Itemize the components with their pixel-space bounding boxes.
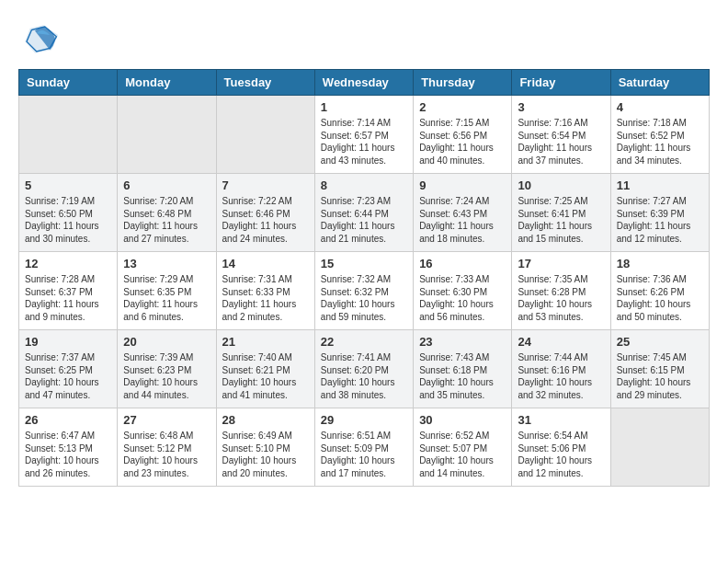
calendar-cell: 20Sunrise: 7:39 AM Sunset: 6:23 PM Dayli… (118, 330, 216, 408)
calendar-cell: 17Sunrise: 7:35 AM Sunset: 6:28 PM Dayli… (512, 252, 610, 330)
day-number: 20 (123, 335, 210, 349)
calendar-cell: 3Sunrise: 7:16 AM Sunset: 6:54 PM Daylig… (512, 96, 610, 174)
day-info: Sunrise: 7:35 AM Sunset: 6:28 PM Dayligh… (518, 273, 604, 323)
day-info: Sunrise: 6:51 AM Sunset: 5:09 PM Dayligh… (321, 430, 407, 479)
calendar-cell: 27Sunrise: 6:48 AM Sunset: 5:12 PM Dayli… (118, 408, 216, 487)
day-info: Sunrise: 7:36 AM Sunset: 6:26 PM Dayligh… (617, 273, 703, 323)
day-info: Sunrise: 7:22 AM Sunset: 6:46 PM Dayligh… (222, 195, 309, 245)
day-info: Sunrise: 7:20 AM Sunset: 6:48 PM Dayligh… (123, 195, 210, 245)
day-number: 8 (321, 178, 407, 192)
calendar-cell: 26Sunrise: 6:47 AM Sunset: 5:13 PM Dayli… (19, 408, 118, 487)
day-info: Sunrise: 7:28 AM Sunset: 6:37 PM Dayligh… (25, 273, 111, 323)
calendar-week-5: 26Sunrise: 6:47 AM Sunset: 5:13 PM Dayli… (19, 408, 710, 487)
day-number: 17 (518, 257, 604, 270)
day-info: Sunrise: 6:49 AM Sunset: 5:10 PM Dayligh… (222, 430, 309, 479)
calendar-cell: 18Sunrise: 7:36 AM Sunset: 6:26 PM Dayli… (610, 252, 709, 330)
calendar-cell: 15Sunrise: 7:32 AM Sunset: 6:32 PM Dayli… (314, 252, 413, 330)
day-number: 18 (617, 257, 703, 270)
calendar-cell: 9Sunrise: 7:24 AM Sunset: 6:43 PM Daylig… (414, 174, 512, 252)
calendar-cell: 12Sunrise: 7:28 AM Sunset: 6:37 PM Dayli… (19, 252, 118, 330)
weekday-header-row: SundayMondayTuesdayWednesdayThursdayFrid… (19, 70, 710, 96)
calendar-cell: 16Sunrise: 7:33 AM Sunset: 6:30 PM Dayli… (414, 252, 512, 330)
day-number: 1 (321, 100, 407, 114)
day-number: 13 (123, 257, 210, 270)
day-info: Sunrise: 7:31 AM Sunset: 6:33 PM Dayligh… (222, 273, 309, 323)
day-number: 4 (617, 100, 703, 114)
day-info: Sunrise: 7:39 AM Sunset: 6:23 PM Dayligh… (123, 351, 210, 401)
day-number: 22 (321, 335, 407, 349)
calendar-week-3: 12Sunrise: 7:28 AM Sunset: 6:37 PM Dayli… (19, 252, 710, 330)
day-info: Sunrise: 6:48 AM Sunset: 5:12 PM Dayligh… (123, 430, 210, 479)
day-number: 27 (123, 413, 210, 427)
day-number: 14 (222, 257, 309, 270)
day-info: Sunrise: 7:15 AM Sunset: 6:56 PM Dayligh… (419, 117, 506, 167)
calendar-cell: 1Sunrise: 7:14 AM Sunset: 6:57 PM Daylig… (314, 96, 413, 174)
day-number: 19 (25, 335, 111, 349)
calendar-cell: 14Sunrise: 7:31 AM Sunset: 6:33 PM Dayli… (216, 252, 314, 330)
calendar-cell: 7Sunrise: 7:22 AM Sunset: 6:46 PM Daylig… (216, 174, 314, 252)
day-number: 3 (518, 100, 604, 114)
day-info: Sunrise: 7:19 AM Sunset: 6:50 PM Dayligh… (25, 195, 111, 245)
calendar-cell: 8Sunrise: 7:23 AM Sunset: 6:44 PM Daylig… (314, 174, 413, 252)
day-number: 21 (222, 335, 309, 349)
day-number: 10 (518, 178, 604, 192)
weekday-header-monday: Monday (118, 70, 216, 96)
day-info: Sunrise: 6:47 AM Sunset: 5:13 PM Dayligh… (25, 430, 111, 479)
day-info: Sunrise: 7:14 AM Sunset: 6:57 PM Dayligh… (321, 117, 407, 167)
weekday-header-tuesday: Tuesday (216, 70, 314, 96)
day-info: Sunrise: 7:25 AM Sunset: 6:41 PM Dayligh… (518, 195, 604, 245)
calendar-cell (610, 408, 709, 487)
calendar-cell: 6Sunrise: 7:20 AM Sunset: 6:48 PM Daylig… (118, 174, 216, 252)
calendar-cell: 4Sunrise: 7:18 AM Sunset: 6:52 PM Daylig… (610, 96, 709, 174)
calendar-cell: 19Sunrise: 7:37 AM Sunset: 6:25 PM Dayli… (19, 330, 118, 408)
calendar-cell: 31Sunrise: 6:54 AM Sunset: 5:06 PM Dayli… (512, 408, 610, 487)
day-info: Sunrise: 7:33 AM Sunset: 6:30 PM Dayligh… (419, 273, 506, 323)
calendar-cell: 25Sunrise: 7:45 AM Sunset: 6:15 PM Dayli… (610, 330, 709, 408)
calendar-cell: 29Sunrise: 6:51 AM Sunset: 5:09 PM Dayli… (314, 408, 413, 487)
weekday-header-saturday: Saturday (610, 70, 709, 96)
calendar-cell (118, 96, 216, 174)
day-info: Sunrise: 7:18 AM Sunset: 6:52 PM Dayligh… (617, 117, 703, 167)
day-info: Sunrise: 7:43 AM Sunset: 6:18 PM Dayligh… (419, 351, 506, 401)
calendar-cell: 21Sunrise: 7:40 AM Sunset: 6:21 PM Dayli… (216, 330, 314, 408)
day-number: 9 (419, 178, 506, 192)
day-info: Sunrise: 6:54 AM Sunset: 5:06 PM Dayligh… (518, 430, 604, 479)
calendar-cell: 23Sunrise: 7:43 AM Sunset: 6:18 PM Dayli… (414, 330, 512, 408)
logo (18, 18, 63, 60)
day-number: 16 (419, 257, 506, 270)
day-info: Sunrise: 7:23 AM Sunset: 6:44 PM Dayligh… (321, 195, 407, 245)
weekday-header-friday: Friday (512, 70, 610, 96)
calendar-week-1: 1Sunrise: 7:14 AM Sunset: 6:57 PM Daylig… (19, 96, 710, 174)
calendar-cell (19, 96, 118, 174)
day-number: 12 (25, 257, 111, 270)
day-number: 6 (123, 178, 210, 192)
weekday-header-thursday: Thursday (414, 70, 512, 96)
day-info: Sunrise: 7:37 AM Sunset: 6:25 PM Dayligh… (25, 351, 111, 401)
day-info: Sunrise: 7:16 AM Sunset: 6:54 PM Dayligh… (518, 117, 604, 167)
calendar-cell: 2Sunrise: 7:15 AM Sunset: 6:56 PM Daylig… (414, 96, 512, 174)
day-number: 26 (25, 413, 111, 427)
day-number: 24 (518, 335, 604, 349)
day-number: 23 (419, 335, 506, 349)
day-number: 7 (222, 178, 309, 192)
day-info: Sunrise: 7:44 AM Sunset: 6:16 PM Dayligh… (518, 351, 604, 401)
general-blue-icon (18, 18, 60, 60)
day-info: Sunrise: 6:52 AM Sunset: 5:07 PM Dayligh… (419, 430, 506, 479)
page-header (18, 18, 710, 60)
day-info: Sunrise: 7:29 AM Sunset: 6:35 PM Dayligh… (123, 273, 210, 323)
calendar-cell: 30Sunrise: 6:52 AM Sunset: 5:07 PM Dayli… (414, 408, 512, 487)
calendar-cell: 10Sunrise: 7:25 AM Sunset: 6:41 PM Dayli… (512, 174, 610, 252)
calendar-week-2: 5Sunrise: 7:19 AM Sunset: 6:50 PM Daylig… (19, 174, 710, 252)
day-number: 2 (419, 100, 506, 114)
day-number: 31 (518, 413, 604, 427)
calendar-cell: 28Sunrise: 6:49 AM Sunset: 5:10 PM Dayli… (216, 408, 314, 487)
day-number: 5 (25, 178, 111, 192)
day-number: 30 (419, 413, 506, 427)
day-info: Sunrise: 7:32 AM Sunset: 6:32 PM Dayligh… (321, 273, 407, 323)
calendar-cell: 24Sunrise: 7:44 AM Sunset: 6:16 PM Dayli… (512, 330, 610, 408)
calendar-week-4: 19Sunrise: 7:37 AM Sunset: 6:25 PM Dayli… (19, 330, 710, 408)
day-info: Sunrise: 7:24 AM Sunset: 6:43 PM Dayligh… (419, 195, 506, 245)
day-info: Sunrise: 7:40 AM Sunset: 6:21 PM Dayligh… (222, 351, 309, 401)
calendar-table: SundayMondayTuesdayWednesdayThursdayFrid… (18, 69, 710, 487)
weekday-header-wednesday: Wednesday (314, 70, 413, 96)
